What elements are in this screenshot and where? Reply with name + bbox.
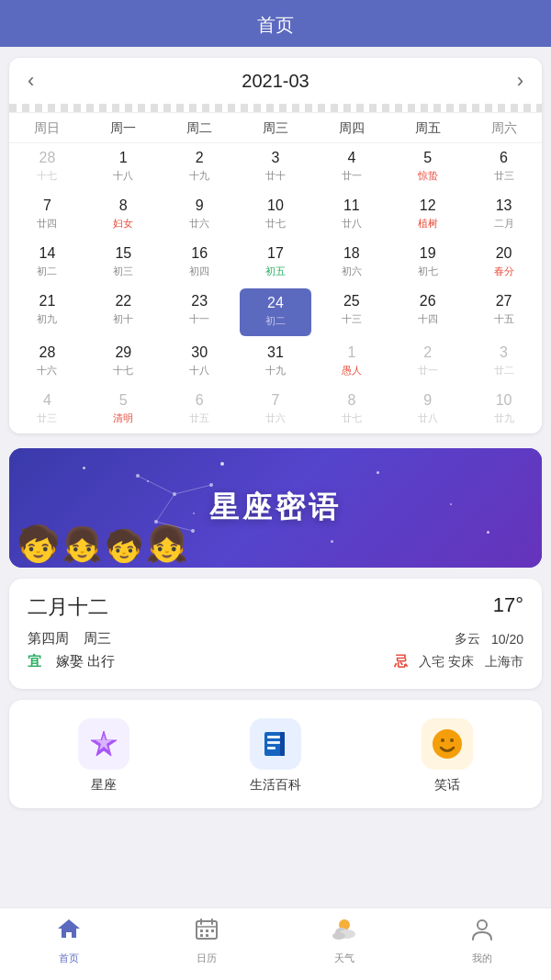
calendar-cell[interactable]: 20春分 bbox=[466, 239, 542, 287]
calendar-cell[interactable]: 6廿五 bbox=[162, 386, 238, 434]
calendar-cell[interactable]: 25十三 bbox=[313, 287, 389, 338]
svg-line-6 bbox=[156, 494, 174, 522]
calendar-cell[interactable]: 1十八 bbox=[85, 143, 162, 191]
svg-point-18 bbox=[450, 738, 454, 742]
cell-sub: 清明 bbox=[113, 411, 133, 424]
cell-number: 9 bbox=[196, 196, 204, 216]
svg-rect-12 bbox=[267, 736, 280, 738]
cell-number: 11 bbox=[343, 196, 360, 216]
cell-number: 17 bbox=[267, 243, 284, 264]
cell-sub: 植树 bbox=[418, 217, 438, 230]
calendar-cell[interactable]: 10廿九 bbox=[466, 386, 542, 434]
info-weather-right: 多云 10/20 bbox=[455, 631, 523, 648]
cell-sub: 廿四 bbox=[37, 217, 57, 230]
calendar-cell[interactable]: 14初二 bbox=[9, 239, 85, 287]
cell-number: 2 bbox=[196, 148, 204, 168]
calendar-cell[interactable]: 7廿四 bbox=[9, 191, 85, 239]
calendar-cell[interactable]: 15初三 bbox=[85, 239, 162, 287]
cell-number: 30 bbox=[191, 343, 208, 363]
horoscope-label: 星座 bbox=[91, 777, 117, 794]
calendar-cell[interactable]: 19初七 bbox=[389, 239, 466, 287]
calendar-cell[interactable]: 28十六 bbox=[9, 338, 85, 386]
calendar-cell[interactable]: 12植树 bbox=[389, 191, 466, 239]
cell-sub: 十三 bbox=[342, 312, 362, 325]
cell-number: 10 bbox=[267, 196, 284, 216]
day-header-mon: 周一 bbox=[85, 113, 162, 142]
calendar-cell[interactable]: 31十九 bbox=[238, 338, 314, 386]
calendar-cell[interactable]: 28十七 bbox=[9, 143, 85, 191]
calendar-cell[interactable]: 11廿八 bbox=[313, 191, 389, 239]
svg-point-32 bbox=[332, 932, 345, 940]
cell-number: 25 bbox=[343, 291, 360, 311]
svg-rect-27 bbox=[200, 934, 203, 937]
calendar-cell[interactable]: 6廿三 bbox=[466, 143, 542, 191]
cell-number: 5 bbox=[423, 148, 432, 168]
calendar-cell[interactable]: 9廿六 bbox=[162, 191, 238, 239]
next-month-button[interactable]: › bbox=[517, 69, 523, 93]
calendar-cell[interactable]: 23十一 bbox=[162, 287, 238, 338]
calendar-cell[interactable]: 22初十 bbox=[85, 287, 162, 338]
calendar-cell[interactable]: 2十九 bbox=[162, 143, 238, 191]
month-title: 2021-03 bbox=[242, 71, 309, 92]
cell-number: 16 bbox=[191, 243, 208, 264]
calendar-cell[interactable]: 5惊蛰 bbox=[389, 143, 466, 191]
calendar-cell[interactable]: 1愚人 bbox=[313, 338, 389, 386]
info-card: 二月十二 17° 第四周 周三 多云 10/20 宜 嫁娶 出行 忌 入宅 安床… bbox=[9, 579, 542, 689]
calendar-cell[interactable]: 16初四 bbox=[162, 239, 238, 287]
svg-rect-14 bbox=[267, 747, 276, 749]
cell-number: 26 bbox=[420, 291, 436, 311]
nav-calendar[interactable]: 日历 bbox=[174, 916, 239, 965]
cell-number: 14 bbox=[39, 243, 56, 264]
cell-number: 23 bbox=[191, 291, 208, 311]
svg-point-16 bbox=[433, 729, 462, 759]
cell-sub: 十六 bbox=[37, 364, 57, 377]
calendar-cell[interactable]: 18初六 bbox=[313, 239, 389, 287]
calendar-cell[interactable]: 29十七 bbox=[85, 338, 162, 386]
calendar-cell[interactable]: 4廿一 bbox=[313, 143, 389, 191]
cell-sub: 初七 bbox=[418, 265, 438, 277]
cell-number: 8 bbox=[347, 390, 355, 411]
day-header-thu: 周四 bbox=[313, 113, 389, 142]
cell-sub: 廿十 bbox=[265, 169, 286, 182]
calendar-cell[interactable]: 5清明 bbox=[85, 386, 162, 434]
yi-items: 嫁娶 出行 bbox=[56, 653, 115, 670]
nav-profile[interactable]: 我的 bbox=[450, 916, 514, 965]
quick-item-encyclopedia[interactable]: 生活百科 bbox=[250, 718, 301, 794]
calendar-cell[interactable]: 4廿三 bbox=[9, 386, 85, 434]
cell-sub: 惊蛰 bbox=[418, 169, 438, 182]
calendar-cell[interactable]: 3廿二 bbox=[466, 338, 542, 386]
calendar-cell[interactable]: 8廿七 bbox=[313, 386, 389, 434]
calendar-cell[interactable]: 21初九 bbox=[9, 287, 85, 338]
cell-sub: 初九 bbox=[37, 312, 57, 325]
day-header-tue: 周二 bbox=[162, 113, 238, 142]
nav-home[interactable]: 首页 bbox=[37, 916, 101, 965]
calendar-cell[interactable]: 10廿七 bbox=[238, 191, 314, 239]
calendar-cell[interactable]: 30十八 bbox=[162, 338, 238, 386]
calendar-cell[interactable]: 24初二 bbox=[240, 288, 312, 336]
encyclopedia-icon bbox=[250, 718, 301, 770]
banner[interactable]: 🧒 👧 🧒 👧 星座密语 bbox=[9, 448, 542, 568]
cell-number: 21 bbox=[39, 291, 56, 311]
calendar-cell[interactable]: 8妇女 bbox=[85, 191, 162, 239]
nav-weather[interactable]: 天气 bbox=[312, 916, 377, 965]
cell-sub: 十一 bbox=[189, 312, 209, 325]
calendar-cell[interactable]: 26十四 bbox=[389, 287, 466, 338]
prev-month-button[interactable]: ‹ bbox=[28, 69, 34, 93]
banner-title: 星座密语 bbox=[209, 488, 342, 528]
quick-item-horoscope[interactable]: 星座 bbox=[78, 718, 129, 794]
info-yiji-row: 宜 嫁娶 出行 忌 入宅 安床 上海市 bbox=[28, 653, 523, 670]
calendar-cell[interactable]: 7廿六 bbox=[238, 386, 314, 434]
calendar-cell[interactable]: 2廿一 bbox=[389, 338, 466, 386]
quick-item-jokes[interactable]: 笑话 bbox=[422, 718, 473, 794]
cell-number: 1 bbox=[347, 343, 355, 363]
cell-sub: 廿八 bbox=[342, 217, 362, 230]
day-header-sat: 周六 bbox=[466, 113, 542, 142]
cell-sub: 廿五 bbox=[189, 411, 209, 424]
calendar-cell[interactable]: 9廿八 bbox=[389, 386, 466, 434]
calendar-cell[interactable]: 3廿十 bbox=[238, 143, 314, 191]
weather-icon bbox=[330, 916, 359, 948]
cell-number: 28 bbox=[39, 148, 56, 168]
calendar-cell[interactable]: 27十五 bbox=[466, 287, 542, 338]
calendar-cell[interactable]: 17初五 bbox=[238, 239, 314, 287]
calendar-cell[interactable]: 13二月 bbox=[466, 191, 542, 239]
